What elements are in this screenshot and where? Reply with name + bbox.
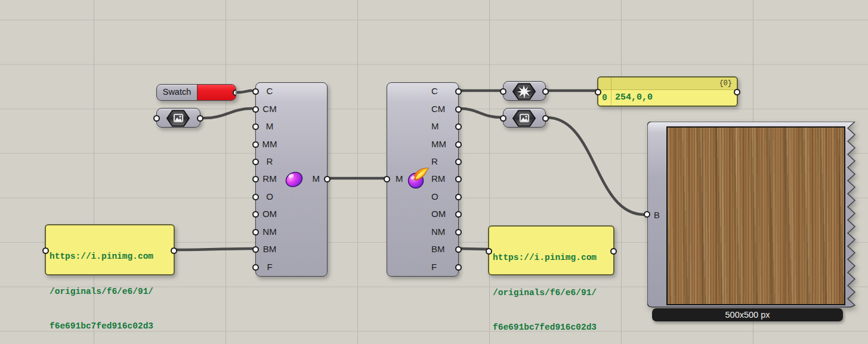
image-size-badge: 500x500 px — [652, 308, 843, 321]
url-line: f6e691bc7fed916c02d3 — [50, 321, 172, 333]
out-rm-connector[interactable] — [455, 176, 462, 182]
in-cm-connector[interactable] — [252, 106, 259, 113]
bitmap-preview-component[interactable]: B — [647, 122, 857, 312]
in-mm-connector[interactable] — [252, 141, 259, 148]
in-o-connector[interactable] — [252, 194, 259, 200]
colour-param[interactable] — [503, 81, 546, 101]
output-m: M — [431, 120, 439, 132]
swatch-output-connector[interactable] — [233, 89, 236, 96]
in-bm-connector[interactable] — [252, 246, 259, 253]
deconstruct-material-component[interactable]: M C CM M MM R RM O OM NM BM — [387, 82, 459, 277]
output-c: C — [431, 85, 438, 97]
wire-cm-to-image[interactable] — [459, 109, 502, 117]
value-panel-value: 254,0,0 — [615, 90, 653, 106]
input-r: R — [256, 156, 283, 168]
preview-input-label: B — [654, 210, 660, 220]
in-om-connector[interactable] — [252, 211, 259, 218]
in-f-connector[interactable] — [252, 264, 259, 271]
out-om-connector[interactable] — [455, 211, 462, 218]
grasshopper-canvas[interactable]: Swatch C CM M MM R RM O OM NM BM F — [0, 0, 868, 344]
wire-image-to-preview[interactable] — [546, 117, 644, 215]
out-m-connector[interactable] — [324, 176, 330, 182]
colour-param-output-connector[interactable] — [542, 88, 549, 95]
wire-url-to-bm[interactable] — [175, 249, 252, 250]
wire-bm-to-panel[interactable] — [459, 249, 488, 249]
preview-input-connector[interactable] — [644, 211, 650, 218]
image-icon — [165, 109, 191, 128]
input-rm: RM — [256, 173, 283, 185]
url-line: f6e691bc7fed916c02d3 — [493, 322, 612, 334]
bitmap-param-left-output-connector[interactable] — [197, 115, 203, 122]
swatch-component[interactable]: Swatch — [156, 84, 236, 101]
input-c: C — [256, 85, 283, 97]
in-c-connector[interactable] — [252, 88, 259, 95]
colour-burst-icon — [511, 82, 538, 101]
url-line: /originals/f6/e6/91/ — [493, 287, 612, 299]
swatch-label: Swatch — [157, 85, 197, 100]
input-f: F — [256, 261, 283, 273]
out-bm-connector[interactable] — [455, 246, 462, 253]
value-panel-input-connector[interactable] — [595, 89, 601, 95]
value-panel[interactable]: {0} 0 254,0,0 — [597, 76, 738, 107]
out-nm-connector[interactable] — [455, 229, 462, 235]
url-line: https://i.pinimg.com — [493, 252, 612, 264]
in-m-connector[interactable] — [252, 123, 259, 130]
url-panel-left-output-connector[interactable] — [171, 247, 177, 254]
value-panel-output-connector[interactable] — [734, 89, 740, 95]
out-o-connector[interactable] — [455, 194, 462, 200]
input-mm: MM — [256, 138, 283, 150]
out-mm-connector[interactable] — [455, 141, 462, 148]
material-flame-icon — [406, 166, 433, 190]
colour-param-input-connector[interactable] — [500, 88, 506, 95]
output-o: O — [431, 191, 438, 203]
wire-image-to-cm[interactable] — [204, 109, 252, 118]
output-om: OM — [431, 208, 446, 220]
input-o: O — [256, 191, 283, 203]
input-om: OM — [256, 208, 283, 220]
url-line: https://i.pinimg.com — [50, 251, 172, 263]
wood-texture-image — [666, 126, 845, 305]
input-m: M — [256, 120, 283, 132]
swatch-color-chip[interactable] — [197, 85, 236, 100]
url-line: /originals/f6/e6/91/ — [50, 286, 172, 298]
image-icon — [511, 109, 538, 128]
bitmap-param-left[interactable] — [156, 108, 200, 128]
panel-index-divider — [611, 78, 611, 106]
in-rm-connector[interactable] — [252, 176, 259, 182]
url-panel-right-input-connector[interactable] — [486, 248, 492, 255]
input-nm: NM — [256, 226, 283, 238]
url-panel-right-output-connector[interactable] — [610, 248, 617, 255]
url-panel-left-input-connector[interactable] — [42, 247, 49, 254]
wire-swatch-to-c[interactable] — [238, 91, 252, 92]
output-cm: CM — [431, 103, 445, 115]
input-m-label: M — [396, 173, 403, 185]
material-egg-icon — [283, 168, 305, 190]
create-material-component[interactable]: C CM M MM R RM O OM NM BM F M — [255, 82, 328, 277]
input-cm: CM — [256, 103, 283, 115]
out-c-connector[interactable] — [455, 88, 462, 95]
url-panel-right[interactable]: https://i.pinimg.com /originals/f6/e6/91… — [488, 225, 614, 275]
out-cm-connector[interactable] — [455, 106, 462, 113]
out-r-connector[interactable] — [455, 159, 462, 165]
in-nm-connector[interactable] — [252, 229, 259, 235]
in-r-connector[interactable] — [252, 159, 259, 165]
in-m-connector[interactable] — [384, 176, 390, 182]
out-f-connector[interactable] — [455, 264, 462, 271]
output-mm: MM — [431, 138, 446, 150]
out-m2-connector[interactable] — [455, 123, 462, 130]
bitmap-param-right[interactable] — [503, 108, 546, 128]
output-nm: NM — [431, 226, 445, 238]
url-panel-left[interactable]: https://i.pinimg.com /originals/f6/e6/91… — [45, 224, 175, 275]
output-bm: BM — [431, 243, 445, 255]
bitmap-param-left-input-connector[interactable] — [153, 115, 160, 122]
output-r: R — [431, 156, 438, 168]
output-m-label: M — [313, 173, 320, 185]
input-bm: BM — [256, 243, 283, 255]
output-f: F — [431, 261, 437, 273]
bitmap-param-right-output-connector[interactable] — [542, 115, 549, 122]
value-panel-path: {0} — [598, 78, 737, 90]
bitmap-param-right-input-connector[interactable] — [500, 115, 506, 122]
output-rm: RM — [431, 173, 445, 185]
